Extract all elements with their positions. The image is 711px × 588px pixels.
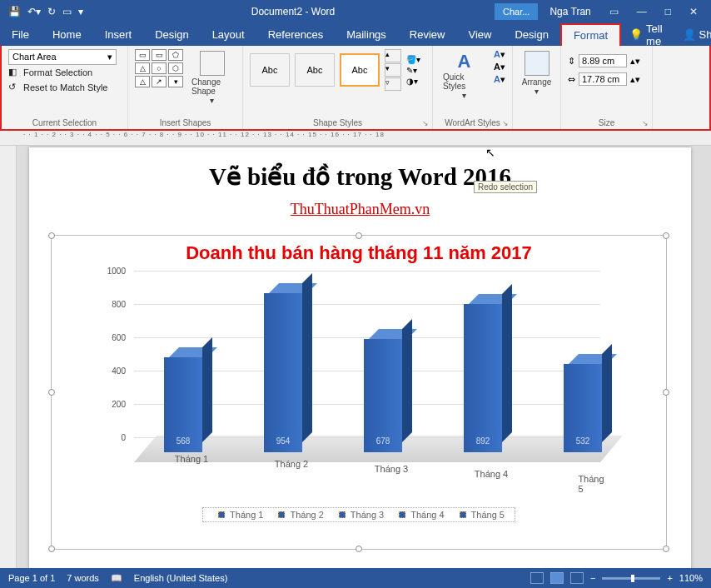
web-layout-icon[interactable] bbox=[570, 572, 584, 584]
legend-item[interactable]: Tháng 2 bbox=[273, 510, 323, 520]
text-fill-button[interactable]: A▾ bbox=[494, 49, 505, 60]
legend-item[interactable]: Tháng 1 bbox=[213, 510, 263, 520]
touch-mode-icon[interactable]: ▭ bbox=[62, 6, 72, 17]
page-indicator[interactable]: Page 1 of 1 bbox=[8, 573, 55, 583]
tab-layout[interactable]: Layout bbox=[201, 24, 256, 45]
status-bar: Page 1 of 1 7 words 📖 English (United St… bbox=[0, 568, 711, 588]
page-link[interactable]: ThuThuatPhanMem.vn bbox=[29, 201, 691, 218]
group-label-wordart: WordArt Styles bbox=[440, 117, 505, 127]
tab-review[interactable]: Review bbox=[398, 24, 457, 45]
tab-mailings[interactable]: Mailings bbox=[335, 24, 398, 45]
tell-me[interactable]: 💡Tell me bbox=[621, 22, 671, 47]
style-preset-1[interactable]: Abc bbox=[250, 53, 290, 87]
tab-design[interactable]: Design bbox=[143, 24, 200, 45]
reset-match-style-button[interactable]: ↺Reset to Match Style bbox=[8, 80, 121, 95]
ribbon-options-icon[interactable]: ▭ bbox=[603, 6, 625, 17]
spinner-icon[interactable]: ▴▾ bbox=[630, 74, 640, 85]
gallery-down-icon[interactable]: ▾ bbox=[385, 63, 401, 77]
text-outline-button[interactable]: A▾ bbox=[494, 62, 505, 72]
gallery-up-icon[interactable]: ▴ bbox=[385, 49, 401, 62]
tab-home[interactable]: Home bbox=[41, 24, 93, 45]
tab-references[interactable]: References bbox=[256, 24, 335, 45]
word-count[interactable]: 7 words bbox=[67, 573, 99, 583]
language-indicator[interactable]: English (United States) bbox=[134, 573, 228, 583]
format-selection-button[interactable]: ◧Format Selection bbox=[8, 65, 121, 80]
qat-more-icon[interactable]: ▾ bbox=[78, 6, 83, 17]
resize-handle[interactable] bbox=[663, 232, 669, 239]
dialog-launcher-icon[interactable]: ↘ bbox=[422, 119, 429, 127]
bar[interactable]: 532 bbox=[564, 364, 602, 452]
shape-style-gallery[interactable]: Abc Abc Abc ▴ ▾ ▿ bbox=[250, 49, 401, 91]
title-bar: 💾 ↶▾ ↻ ▭ ▾ Document2 - Word Char... Nga … bbox=[0, 0, 711, 23]
maximize-icon[interactable]: □ bbox=[659, 6, 678, 17]
bar[interactable]: 678 bbox=[364, 339, 402, 452]
tab-format[interactable]: Format bbox=[560, 23, 621, 46]
minimize-icon[interactable]: — bbox=[630, 6, 654, 17]
shape-gallery[interactable]: ▭▭⬠ △○⬡ △↗▾ bbox=[135, 49, 183, 87]
read-mode-icon[interactable] bbox=[530, 572, 544, 584]
share-button[interactable]: 👤Share bbox=[671, 24, 711, 45]
bar[interactable]: 892 bbox=[464, 304, 502, 452]
resize-handle[interactable] bbox=[48, 546, 55, 552]
change-shape-button[interactable]: Change Shape▾ bbox=[188, 49, 236, 107]
y-tick: 0 bbox=[121, 433, 126, 442]
tab-view[interactable]: View bbox=[456, 24, 503, 45]
chart-element-selector[interactable]: Chart Area▾ bbox=[8, 49, 117, 65]
dialog-launcher-icon[interactable]: ↘ bbox=[642, 119, 649, 127]
horizontal-ruler[interactable]: · · 1 · · 2 · · 3 · · 4 · · 5 · · 6 · · … bbox=[0, 131, 711, 146]
zoom-slider[interactable] bbox=[602, 577, 660, 580]
print-layout-icon[interactable] bbox=[550, 572, 564, 584]
width-field[interactable]: 17.78 cm bbox=[579, 72, 627, 86]
chart-plot-area[interactable]: 02004006008001000 568Tháng 1954Tháng 267… bbox=[92, 271, 625, 504]
zoom-in-icon[interactable]: + bbox=[667, 573, 672, 583]
style-preset-2[interactable]: Abc bbox=[295, 53, 335, 87]
ribbon-tabs: File Home Insert Design Layout Reference… bbox=[0, 23, 711, 46]
spellcheck-icon[interactable]: 📖 bbox=[111, 573, 122, 584]
reset-icon: ↺ bbox=[8, 82, 20, 93]
chart-tools-tab[interactable]: Char... bbox=[495, 3, 538, 20]
resize-handle[interactable] bbox=[48, 232, 55, 239]
close-icon[interactable]: ✕ bbox=[683, 6, 704, 17]
user-name[interactable]: Nga Tran bbox=[543, 6, 597, 17]
vertical-ruler[interactable] bbox=[0, 146, 17, 568]
bar[interactable]: 568 bbox=[164, 357, 202, 452]
gallery-more-icon[interactable]: ▿ bbox=[385, 77, 401, 91]
legend-item[interactable]: Tháng 5 bbox=[455, 510, 505, 520]
height-field[interactable]: 8.89 cm bbox=[579, 54, 627, 67]
document-area[interactable]: Vẽ biểu đồ trong Word 2016 ThuThuatPhanM… bbox=[17, 146, 711, 568]
arrange-icon bbox=[525, 51, 549, 76]
zoom-out-icon[interactable]: − bbox=[590, 573, 595, 583]
save-icon[interactable]: 💾 bbox=[8, 6, 21, 17]
chart-object[interactable]: Doanh thu bán hàng tháng 11 năm 2017 020… bbox=[51, 235, 667, 550]
quick-styles-button[interactable]: A Quick Styles▾ bbox=[440, 49, 489, 102]
resize-handle[interactable] bbox=[356, 232, 362, 239]
shape-outline-button[interactable]: ✎▾ bbox=[406, 66, 420, 75]
resize-handle[interactable] bbox=[663, 546, 669, 552]
bar[interactable]: 954 bbox=[264, 293, 302, 452]
resize-handle[interactable] bbox=[48, 389, 55, 396]
page: Vẽ biểu đồ trong Word 2016 ThuThuatPhanM… bbox=[29, 147, 691, 568]
chart-legend[interactable]: Tháng 1Tháng 2Tháng 3Tháng 4Tháng 5 bbox=[202, 507, 515, 522]
resize-handle[interactable] bbox=[663, 389, 669, 396]
tab-insert[interactable]: Insert bbox=[93, 24, 144, 45]
text-effects-button[interactable]: A▾ bbox=[494, 74, 505, 85]
resize-handle[interactable] bbox=[356, 546, 362, 552]
spinner-icon[interactable]: ▴▾ bbox=[630, 56, 640, 67]
redo-tooltip: Redo selection bbox=[474, 181, 537, 193]
legend-item[interactable]: Tháng 4 bbox=[394, 510, 444, 520]
legend-item[interactable]: Tháng 3 bbox=[334, 510, 384, 520]
undo-icon[interactable]: ↶▾ bbox=[27, 6, 41, 17]
shape-effects-button[interactable]: ◑▾ bbox=[406, 77, 420, 86]
arrange-button[interactable]: Arrange▾ bbox=[520, 49, 554, 97]
chart-title[interactable]: Doanh thu bán hàng tháng 11 năm 2017 bbox=[52, 242, 666, 264]
redo-icon[interactable]: ↻ bbox=[47, 6, 56, 17]
plot: 568Tháng 1954Tháng 2678Tháng 3892Tháng 4… bbox=[134, 271, 600, 471]
style-preset-3[interactable]: Abc bbox=[340, 53, 380, 87]
x-label: Tháng 1 bbox=[175, 454, 208, 464]
zoom-level[interactable]: 110% bbox=[679, 573, 703, 583]
tab-design-chart[interactable]: Design bbox=[503, 24, 559, 45]
tab-file[interactable]: File bbox=[0, 24, 41, 45]
dialog-launcher-icon[interactable]: ↘ bbox=[502, 119, 509, 127]
shape-fill-button[interactable]: 🪣▾ bbox=[406, 55, 420, 64]
quick-access-toolbar: 💾 ↶▾ ↻ ▭ ▾ bbox=[0, 6, 92, 17]
